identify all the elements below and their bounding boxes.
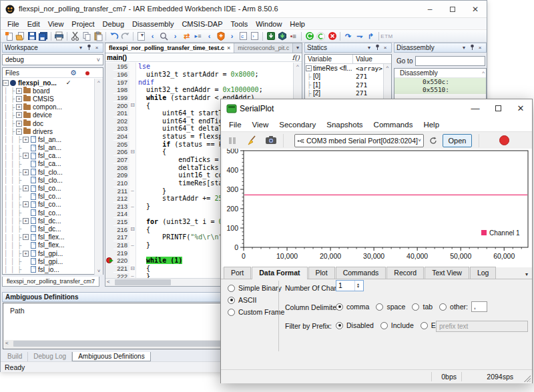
pin-icon[interactable] xyxy=(373,44,381,52)
breakpoint-margin[interactable] xyxy=(105,218,113,226)
close-icon[interactable]: × xyxy=(93,45,101,51)
tree-item-doc[interactable]: │├+doc xyxy=(3,119,95,127)
tree-item-cmsis[interactable]: │├+CMSIS xyxy=(3,95,95,103)
tab-plot[interactable]: Plot xyxy=(308,267,335,279)
save-all-icon[interactable] xyxy=(37,31,49,41)
editor-tab[interactable]: flexspi_nor_polling_transfer_time_test.c… xyxy=(105,43,234,53)
delimiter-space[interactable]: space xyxy=(376,301,405,313)
step-over-icon[interactable]: ↷ xyxy=(342,31,354,41)
expand-icon[interactable]: + xyxy=(16,121,22,127)
expand-icon[interactable]: + xyxy=(16,96,22,102)
open-file-icon[interactable] xyxy=(15,31,26,41)
maximize-icon[interactable] xyxy=(441,1,464,18)
new-file-icon[interactable] xyxy=(3,31,15,41)
tree-item-board[interactable]: │├+board xyxy=(3,87,95,95)
expand-icon[interactable]: + xyxy=(23,234,29,240)
cspy-shield-icon[interactable] xyxy=(215,31,226,41)
menu-item-file[interactable]: File xyxy=(3,20,23,28)
maximize-icon[interactable] xyxy=(487,99,509,118)
tab-list-icon[interactable]: ▾ xyxy=(294,43,302,53)
breakpoint-margin[interactable] xyxy=(105,233,113,241)
close-icon[interactable]: × xyxy=(381,45,389,51)
other-delimiter-input[interactable]: , xyxy=(471,301,487,312)
clear-plot-icon[interactable] xyxy=(246,135,257,146)
menu-item-secondary[interactable]: Secondary xyxy=(274,121,321,129)
tree-item-fsldc[interactable]: ││├fsl_dc... xyxy=(3,225,95,233)
iar-titlebar[interactable]: flexspi_nor_polling_transfer_cm7 - IAR E… xyxy=(1,1,487,18)
radio-icon[interactable] xyxy=(228,309,235,316)
tab-log[interactable]: Log xyxy=(470,267,497,279)
breakpoint-margin[interactable] xyxy=(105,78,113,86)
filter-include[interactable]: Include xyxy=(380,319,414,331)
tree-item-flexspino[interactable]: −flexspi_no...✓ xyxy=(3,79,95,87)
workspace-scrollbar[interactable]: ^ ˅ xyxy=(94,79,103,275)
refresh-ports-icon[interactable] xyxy=(427,135,439,146)
paste-icon[interactable] xyxy=(92,31,103,41)
menu-item-debug[interactable]: Debug xyxy=(99,20,128,28)
chevron-down-icon[interactable]: ▾ xyxy=(365,45,373,51)
prefix-text-input[interactable]: prefix text xyxy=(436,321,528,332)
disassembly-header[interactable]: Disassembly ▾ × xyxy=(394,43,487,53)
code-line[interactable]: 198 uint32_t endAddr = 0x1000000; xyxy=(105,86,293,94)
expand-icon[interactable]: + xyxy=(16,88,22,94)
reset-icon[interactable] xyxy=(304,31,315,41)
close-icon[interactable]: ✕ xyxy=(509,99,532,118)
column-value[interactable]: Value xyxy=(353,55,375,63)
stop-debug-icon[interactable] xyxy=(326,31,338,41)
close-tab-icon[interactable]: × xyxy=(227,45,230,51)
resize-grip[interactable] xyxy=(524,375,531,382)
expand-icon[interactable]: + xyxy=(23,137,29,143)
plot-area[interactable]: 0100200300400500010,00020,00030,00040,00… xyxy=(222,149,532,267)
workspace-bottom-tab[interactable]: flexspi_nor_polling_transfer_cm7 xyxy=(2,277,99,287)
menu-item-tools[interactable]: Tools xyxy=(227,20,252,28)
tree-item-fslco[interactable]: ││├fsl_co... xyxy=(3,193,95,201)
breakpoint-margin[interactable] xyxy=(105,171,113,179)
open-port-button[interactable]: Open xyxy=(443,134,472,147)
minimize-icon[interactable]: – xyxy=(419,1,441,18)
breakpoint-margin[interactable] xyxy=(105,195,113,203)
snapshot-camera-icon[interactable] xyxy=(265,135,276,146)
breakpoint-margin[interactable] xyxy=(105,249,113,257)
delimiter-other[interactable]: other:, xyxy=(439,301,487,313)
breakpoint-margin[interactable] xyxy=(105,187,113,195)
pin-icon[interactable] xyxy=(468,44,476,52)
bottom-tab-debug-log[interactable]: Debug Log xyxy=(28,352,72,361)
menu-item-help[interactable]: Help xyxy=(418,121,445,129)
tree-item-fslclo[interactable]: ││├+fsl_clo... xyxy=(3,168,95,176)
mode-customframe[interactable]: Custom Frame xyxy=(228,306,284,318)
expand-icon[interactable]: + xyxy=(23,251,29,257)
tree-item-fslco[interactable]: ││├+fsl_co... xyxy=(3,201,95,209)
menu-item-disassembly[interactable]: Disassembly xyxy=(128,20,178,28)
menu-item-file[interactable]: File xyxy=(224,121,247,129)
menu-item-snapshots[interactable]: Snapshots xyxy=(321,121,368,129)
filter-disabled[interactable]: Disabled xyxy=(336,319,374,331)
tree-item-drivers[interactable]: │├−drivers xyxy=(3,127,95,135)
undo-icon[interactable] xyxy=(108,31,119,41)
bottom-tab-build[interactable]: Build xyxy=(2,352,28,361)
tree-item-fslca[interactable]: ││├+fsl_ca... xyxy=(3,152,95,160)
find-prev-icon[interactable]: ‹ xyxy=(147,31,158,41)
radio-icon[interactable] xyxy=(376,303,383,311)
tree-item-fslflex[interactable]: ││├+fsl_flex... xyxy=(3,233,95,241)
scroll-up-icon[interactable]: ^ xyxy=(482,69,486,77)
expand-icon[interactable]: + xyxy=(23,185,29,191)
config-select[interactable]: debug xyxy=(2,54,103,65)
goto-input[interactable] xyxy=(415,56,485,66)
breakpoint-margin[interactable] xyxy=(105,63,113,71)
mode-simplebinary[interactable]: Simple Binary xyxy=(228,282,284,294)
code-line[interactable]: 195lse xyxy=(105,63,293,71)
close-icon[interactable]: × xyxy=(476,45,484,51)
tree-item-fslan[interactable]: ││├+fsl_an... xyxy=(3,135,95,143)
menu-item-cmsis-dap[interactable]: CMSIS-DAP xyxy=(178,20,226,28)
tree-item-fslflex[interactable]: ││├fsl_flex... xyxy=(3,241,95,249)
disassembly-row[interactable]: 0x550c: xyxy=(394,78,486,86)
tree-item-fsldc[interactable]: ││├+fsl_dc... xyxy=(3,217,95,225)
statics-row[interactable]: −timeRes <fl...<array> xyxy=(305,64,391,73)
breakpoint-margin[interactable] xyxy=(105,148,113,156)
delimiter-comma[interactable]: comma xyxy=(336,301,369,313)
menu-item-view[interactable]: View xyxy=(247,121,274,129)
collapse-icon[interactable]: − xyxy=(16,129,22,135)
fold-marker[interactable]: ⊟ xyxy=(129,148,136,156)
menu-item-project[interactable]: Project xyxy=(67,20,98,28)
spinner-buttons[interactable] xyxy=(354,281,363,291)
